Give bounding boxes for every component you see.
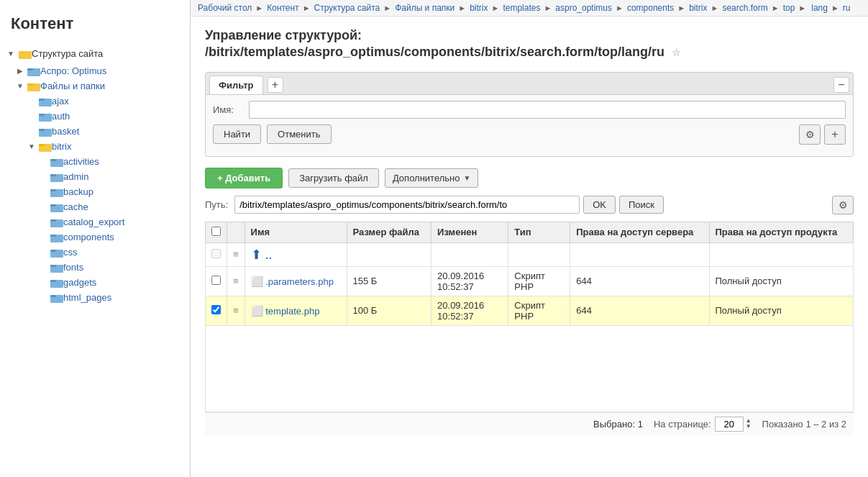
- filter-add-tab-button[interactable]: +: [268, 77, 283, 93]
- bc-arrow11: ►: [798, 4, 806, 12]
- path-search-button[interactable]: Поиск: [619, 196, 664, 214]
- row-params-modified: 20.09.201610:52:37: [431, 266, 508, 296]
- folder-icon-basket: [39, 127, 52, 137]
- folder-icon-html-pages: [50, 293, 63, 303]
- folder-icon-catalog-export: [50, 217, 63, 227]
- bc-bitrix2[interactable]: bitrix: [689, 3, 707, 13]
- path-bar: Путь: OK Поиск ⚙: [205, 196, 854, 214]
- filter-find-button[interactable]: Найти: [213, 124, 261, 144]
- bc-templates[interactable]: templates: [503, 3, 540, 13]
- filter-body: Имя: Найти Отменить ⚙ +: [206, 95, 853, 156]
- sidebar-fonts-label: fonts: [63, 262, 83, 273]
- filter-name-row: Имя:: [213, 101, 846, 119]
- sidebar-item-aspro[interactable]: ▶ Аспро: Optimus: [0, 63, 190, 78]
- bc-faily-i-papki[interactable]: Файлы и папки: [395, 3, 454, 13]
- page-down-arrow[interactable]: ▼: [746, 424, 751, 430]
- sidebar-item-files[interactable]: ▼ Файлы и папки: [0, 78, 190, 94]
- svg-rect-20: [50, 189, 56, 191]
- bc-struktura-sayta[interactable]: Структура сайта: [314, 3, 380, 13]
- bc-arrow12: ►: [831, 4, 839, 12]
- svg-rect-18: [50, 174, 56, 176]
- bc-lang[interactable]: lang: [811, 3, 828, 13]
- page-title-main: Управление структурой:: [205, 28, 362, 42]
- bc-aspro-optimus[interactable]: aspro_optimus: [555, 3, 612, 13]
- up-folder-icon[interactable]: ⬆ ..: [251, 247, 273, 262]
- bc-arrow2: ►: [303, 4, 311, 12]
- table-header-row: Имя Размер файла Изменен Тип Права на до…: [206, 222, 854, 242]
- folder-icon-css: [50, 247, 63, 258]
- sidebar-item-activities[interactable]: ▶ activities: [0, 154, 190, 169]
- sidebar-item-basket[interactable]: ▶ basket: [0, 124, 190, 139]
- filter-cancel-button[interactable]: Отменить: [267, 124, 331, 144]
- path-ok-button[interactable]: OK: [583, 196, 616, 214]
- sidebar-item-fonts[interactable]: ▶ fonts: [0, 260, 190, 275]
- row-params-size: 155 Б: [347, 266, 431, 296]
- row-template-menu[interactable]: ≡: [227, 296, 245, 325]
- svg-rect-2: [19, 51, 32, 59]
- row-upfolder-checkbox-cell: [206, 242, 227, 266]
- folder-icon-components: [50, 232, 63, 242]
- row-template-type: СкриптPHP: [508, 296, 570, 325]
- bc-ru[interactable]: ru: [843, 3, 851, 13]
- page-title: Управление структурой: /bitrix/templates…: [205, 27, 854, 61]
- bc-components[interactable]: components: [627, 3, 674, 13]
- bc-rabochiy-stol[interactable]: Рабочий стол: [198, 3, 252, 13]
- svg-rect-10: [39, 114, 45, 116]
- svg-rect-28: [50, 250, 56, 252]
- sidebar-item-ajax[interactable]: ▶ ajax: [0, 94, 190, 109]
- sidebar-item-css[interactable]: ▶ css: [0, 245, 190, 260]
- sidebar-item-admin[interactable]: ▶ admin: [0, 169, 190, 184]
- row-upfolder-rights-server: [570, 242, 709, 266]
- page-size-input[interactable]: [715, 417, 744, 432]
- add-button[interactable]: + Добавить: [205, 168, 283, 188]
- path-settings-button[interactable]: ⚙: [832, 196, 854, 214]
- folder-icon-backup: [50, 187, 63, 197]
- upload-file-button[interactable]: Загрузить файл: [288, 168, 379, 188]
- row-template-modified: 20.09.201610:52:37: [431, 296, 508, 325]
- bc-search-form[interactable]: search.form: [722, 3, 767, 13]
- sidebar-item-auth[interactable]: ▶ auth: [0, 109, 190, 124]
- sidebar-item-gadgets[interactable]: ▶ gadgets: [0, 275, 190, 290]
- filter-tab-filter[interactable]: Фильтр: [209, 76, 263, 94]
- sidebar-item-backup[interactable]: ▶ backup: [0, 184, 190, 199]
- row-params-type: СкриптPHP: [508, 266, 570, 296]
- sidebar-item-components[interactable]: ▶ components: [0, 230, 190, 245]
- filter-collapse-button[interactable]: −: [833, 77, 849, 93]
- sidebar-item-cache[interactable]: ▶ cache: [0, 199, 190, 214]
- sidebar-gadgets-label: gadgets: [63, 277, 96, 288]
- favorite-star-icon[interactable]: ☆: [672, 47, 681, 58]
- row-upfolder-name[interactable]: ⬆ ..: [245, 242, 347, 266]
- svg-rect-6: [27, 83, 33, 86]
- bc-arrow6: ►: [544, 4, 552, 12]
- sidebar-item-structure-root[interactable]: ▼ Структура сайта: [0, 44, 190, 63]
- sidebar-backup-label: backup: [63, 186, 93, 197]
- row-template-name[interactable]: ⬜ template.php: [245, 296, 347, 325]
- path-input[interactable]: [234, 196, 580, 214]
- sidebar-item-html-pages[interactable]: ▶ html_pages: [0, 290, 190, 305]
- row-params-name[interactable]: ⬜ .parameters.php: [245, 266, 347, 296]
- template-filename[interactable]: template.php: [265, 306, 319, 317]
- sidebar-item-bitrix[interactable]: ▼ bitrix: [0, 139, 190, 154]
- filter-plus-button[interactable]: +: [824, 124, 846, 145]
- bc-bitrix[interactable]: bitrix: [470, 3, 488, 13]
- selected-label: Выбрано: 1: [593, 419, 643, 430]
- row-upfolder-size: [347, 242, 431, 266]
- bc-arrow7: ►: [616, 4, 623, 12]
- select-all-checkbox[interactable]: [211, 227, 221, 236]
- chevron-down-icon-files: ▼: [16, 82, 24, 91]
- more-dropdown-button[interactable]: Дополнительно ▼: [385, 168, 478, 188]
- sidebar: Контент ▼ Структура сайта ▶ Аспро: Optim…: [0, 0, 191, 477]
- bc-top[interactable]: top: [783, 3, 795, 13]
- row-params-checkbox[interactable]: [211, 276, 221, 285]
- bc-arrow5: ►: [492, 4, 500, 12]
- row-params-menu[interactable]: ≡: [227, 266, 245, 296]
- php-file-icon2: ⬜: [251, 305, 263, 317]
- filter-settings-button[interactable]: ⚙: [799, 124, 821, 145]
- sidebar-item-catalog-export[interactable]: ▶ catalog_export: [0, 214, 190, 230]
- row-upfolder-menu[interactable]: ≡: [227, 242, 245, 266]
- bc-kontent[interactable]: Контент: [267, 3, 298, 13]
- folder-icon-fonts: [50, 263, 63, 273]
- row-template-checkbox[interactable]: [211, 305, 221, 314]
- params-filename[interactable]: .parameters.php: [265, 276, 334, 287]
- filter-name-input[interactable]: [249, 101, 846, 119]
